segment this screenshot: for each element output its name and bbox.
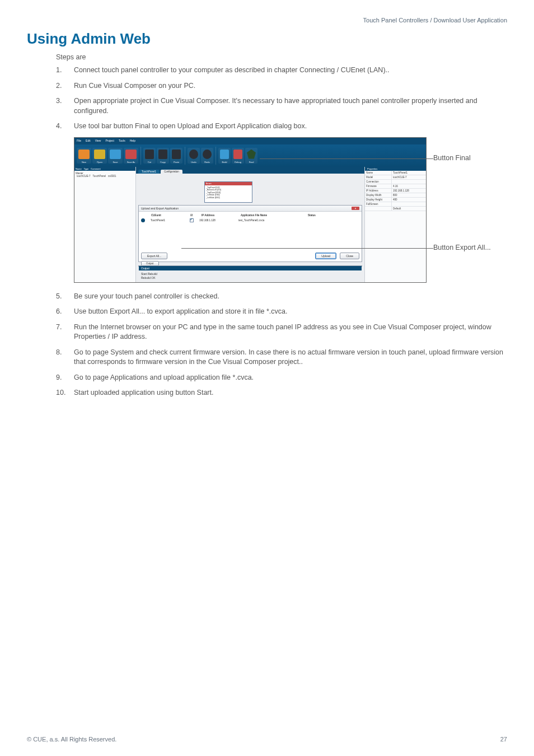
menu-help[interactable]: Help [130, 139, 135, 143]
step-text: Use button Export All... to export appli… [74, 307, 287, 315]
menu-file[interactable]: File [77, 139, 81, 143]
new-button[interactable]: New [77, 148, 91, 164]
property-key: Connection [365, 180, 392, 184]
step-2: 2.Run Cue Visual Composer on your PC. [56, 81, 507, 91]
save-button[interactable]: Save [108, 148, 123, 164]
paste-button[interactable]: Paste [170, 148, 182, 164]
undo-button[interactable]: Undo [188, 148, 200, 164]
properties-header: Properties [365, 167, 426, 171]
property-key: Firmware [365, 184, 392, 188]
dialog-col-unit: CUEunit [151, 214, 185, 217]
property-row: Connection [365, 180, 426, 184]
final-button[interactable]: Final [245, 148, 257, 164]
redo-button[interactable]: Redo [201, 148, 213, 164]
output-panel: Output Start Rebuild Rebuild OK Output [138, 265, 362, 267]
step-5: 5.Be sure your touch panel controller is… [56, 292, 507, 302]
property-key: FullScreen [365, 202, 392, 206]
step-text: Start uploaded application using button … [74, 389, 213, 396]
build-button[interactable]: Build [218, 148, 231, 164]
menu-edit[interactable]: Edit [86, 139, 91, 143]
menu-tools[interactable]: Tools [119, 139, 125, 143]
project-tree-panel: Name Type Comment Master touchCUE-7 Touc… [74, 167, 136, 283]
property-key: Name [365, 171, 392, 175]
property-value: 4.16 [392, 184, 426, 188]
breadcrumb: Touch Panel Controllers / Download User … [27, 17, 507, 24]
step-4: 4.Use tool bar button Final to open Uplo… [56, 122, 507, 132]
callout-export-label: Button Export All... [433, 244, 491, 251]
tree-col-comment: Comment [91, 167, 100, 170]
property-value: 480 [392, 198, 426, 202]
error-line: _LeftSide [60:0] [206, 197, 251, 199]
output-line: Start Rebuild [141, 272, 359, 276]
callout-export: Button Export All... [433, 244, 491, 251]
property-key: Model [365, 175, 392, 179]
page-title: Using Admin Web [27, 30, 507, 48]
close-button[interactable]: Close [340, 253, 359, 259]
step-9: 9.Go to page Applications and upload app… [56, 373, 507, 383]
footer-page-number: 27 [500, 736, 507, 743]
property-value: TouchPanel1 [392, 171, 426, 175]
step-text: Run the Internet browser on your PC and … [74, 323, 491, 341]
property-row: Display Height480 [365, 198, 426, 202]
step-text: Use tool bar button Final to open Upload… [74, 122, 307, 130]
dialog-row-file: test_TouchPanel1.cvca [238, 219, 300, 222]
debug-button[interactable]: Debug [232, 148, 244, 164]
open-button[interactable]: Open [92, 148, 107, 164]
property-row: FullScreen [365, 202, 426, 207]
property-value [392, 202, 426, 206]
property-value: touchCUE-7 [392, 175, 426, 179]
menu-view[interactable]: View [95, 139, 101, 143]
errors-window: Errors _TopPanel [0:0] _BottomLeft [0:0]… [204, 181, 252, 203]
export-all-button[interactable]: Export All... [141, 253, 167, 259]
callout-final-label: Button Final [433, 154, 471, 162]
callout-final: Button Final [433, 154, 471, 162]
cut-button[interactable]: Cut [143, 148, 156, 164]
step-text: Open appropriate project in Cue Visual C… [74, 97, 477, 115]
step-text: Go to page System and check current firm… [74, 348, 503, 366]
property-value: 800 [392, 193, 426, 197]
dialog-col-file: Application File Name [241, 214, 302, 217]
properties-panel: Properties NameTouchPanel1ModeltouchCUE-… [364, 167, 426, 283]
tab-touchpanel[interactable]: TouchPanel1 [138, 170, 160, 174]
output-tab-button[interactable]: Output [141, 261, 159, 266]
dialog-close-button[interactable]: × [352, 207, 359, 210]
step-7: 7.Run the Internet browser on your PC an… [56, 323, 507, 342]
tree-col-name: Name [76, 167, 82, 170]
output-line: Rebuild OK [141, 276, 359, 280]
property-row: Firmware4.16 [365, 184, 426, 189]
output-title: Output [139, 266, 362, 270]
tree-col-type: Type [84, 167, 89, 170]
step-1: 1.Connect touch panel controller to your… [56, 66, 507, 76]
property-value: Default [392, 207, 426, 211]
screenshot-figure: File Edit View Project Tools Help New Op… [74, 137, 427, 283]
property-row: ModeltouchCUE-7 [365, 175, 426, 180]
step-text: Connect touch panel controller to your c… [74, 66, 390, 74]
copy-button[interactable]: Copy [157, 148, 169, 164]
dialog-col-status: Status [308, 214, 316, 217]
property-value: 192.168.1.128 [392, 189, 426, 193]
tree-node-comment: cs0301 [108, 175, 116, 178]
property-row: NameTouchPanel1 [365, 171, 426, 175]
dialog-row-ip: 192.168.1.128 [199, 219, 233, 222]
upload-export-dialog: Upload and Export Application × CUEunit … [138, 205, 362, 262]
step-text: Be sure your touch panel controller is c… [74, 292, 219, 300]
step-10: 10.Start uploaded application using butt… [56, 388, 507, 398]
footer-copyright: © CUE, a.s. All Rights Reserved. [27, 736, 116, 743]
saveas-button[interactable]: Save As [124, 148, 138, 164]
property-key: IP Address [365, 189, 392, 193]
property-value [392, 180, 426, 184]
tab-configuration[interactable]: Configuration [161, 170, 182, 174]
tree-node-name[interactable]: touchCUE-7 [77, 175, 91, 178]
menu-project[interactable]: Project [105, 139, 114, 143]
step-3: 3.Open appropriate project in Cue Visual… [56, 96, 507, 116]
ribbon-toolbar: New Open Save Save As Cut Copy Paste Und… [74, 144, 426, 167]
dialog-col-ip: IP Address [202, 214, 235, 217]
dialog-row-unit: TouchPanel1 [151, 219, 184, 222]
step-text: Go to page Applications and upload appli… [74, 374, 254, 381]
step-text: Run Cue Visual Composer on your PC. [74, 82, 195, 90]
property-row: Display Width800 [365, 193, 426, 198]
upload-button[interactable]: Upload [315, 253, 336, 259]
property-row: Default [365, 207, 426, 211]
app-menubar: File Edit View Project Tools Help [74, 138, 426, 144]
unit-checkbox[interactable] [190, 218, 194, 222]
